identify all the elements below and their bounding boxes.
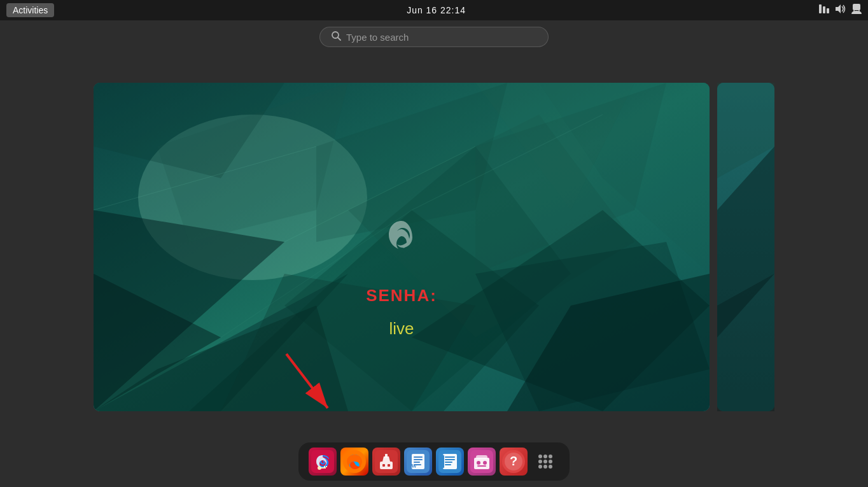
svg-rect-54 bbox=[414, 456, 423, 458]
dock-item-firefox[interactable] bbox=[340, 448, 368, 476]
svg-rect-48 bbox=[380, 462, 393, 469]
dock: 🌀 bbox=[298, 442, 570, 481]
svg-rect-62 bbox=[445, 459, 455, 460]
svg-rect-50 bbox=[388, 464, 390, 467]
main-window: SENHA: live bbox=[94, 83, 710, 411]
svg-rect-63 bbox=[445, 462, 452, 463]
user-icon[interactable] bbox=[851, 4, 862, 17]
clock-display: Jun 16 22:14 bbox=[407, 5, 466, 15]
svg-text:?: ? bbox=[510, 454, 517, 468]
svg-line-9 bbox=[338, 38, 340, 40]
side-window-preview bbox=[717, 83, 774, 411]
svg-rect-64 bbox=[445, 464, 451, 465]
svg-point-70 bbox=[483, 461, 487, 465]
svg-rect-0 bbox=[819, 4, 822, 13]
dock-item-writer[interactable]: W bbox=[404, 448, 432, 476]
dock-item-notes[interactable] bbox=[436, 448, 464, 476]
svg-rect-49 bbox=[382, 464, 385, 467]
svg-rect-68 bbox=[476, 455, 487, 459]
svg-point-83 bbox=[549, 465, 552, 469]
search-input[interactable] bbox=[346, 32, 536, 43]
svg-rect-71 bbox=[477, 465, 486, 467]
network-icon[interactable] bbox=[818, 4, 830, 16]
live-text: live bbox=[389, 319, 414, 339]
search-box bbox=[319, 27, 549, 47]
svg-point-81 bbox=[538, 465, 542, 469]
svg-rect-61 bbox=[445, 456, 455, 458]
wallpaper: SENHA: live bbox=[94, 83, 710, 411]
dock-item-help[interactable]: ? bbox=[500, 448, 528, 476]
svg-rect-65 bbox=[442, 455, 444, 468]
svg-point-69 bbox=[477, 461, 480, 465]
svg-point-80 bbox=[549, 460, 552, 463]
svg-text:W: W bbox=[411, 463, 417, 469]
dock-item-store[interactable] bbox=[468, 448, 496, 476]
svg-point-79 bbox=[543, 460, 547, 463]
system-tray bbox=[818, 4, 862, 17]
svg-rect-44 bbox=[326, 466, 327, 467]
search-container bbox=[319, 27, 549, 47]
svg-point-76 bbox=[543, 455, 547, 458]
svg-rect-43 bbox=[324, 466, 325, 467]
dock-item-usb-creator[interactable] bbox=[372, 448, 400, 476]
activities-button[interactable]: Activities bbox=[6, 3, 54, 17]
svg-point-75 bbox=[538, 455, 542, 458]
svg-marker-3 bbox=[836, 4, 841, 13]
svg-rect-55 bbox=[414, 459, 423, 460]
svg-rect-51 bbox=[385, 454, 388, 458]
senha-text: SENHA: bbox=[366, 286, 437, 306]
svg-rect-67 bbox=[474, 458, 489, 469]
svg-point-82 bbox=[543, 465, 547, 469]
dock-item-app-grid[interactable] bbox=[531, 448, 559, 476]
svg-rect-2 bbox=[827, 8, 829, 13]
search-icon bbox=[332, 31, 341, 43]
workspace-area: SENHA: live bbox=[0, 57, 868, 436]
svg-point-77 bbox=[549, 455, 552, 458]
svg-point-78 bbox=[538, 460, 542, 463]
topbar: Activities Jun 16 22:14 bbox=[0, 0, 868, 20]
svg-rect-1 bbox=[823, 6, 825, 13]
sound-icon[interactable] bbox=[835, 4, 846, 17]
dock-item-debian-installer[interactable]: 🌀 bbox=[309, 448, 337, 476]
svg-rect-42 bbox=[321, 467, 326, 469]
debian-logo bbox=[386, 220, 417, 260]
